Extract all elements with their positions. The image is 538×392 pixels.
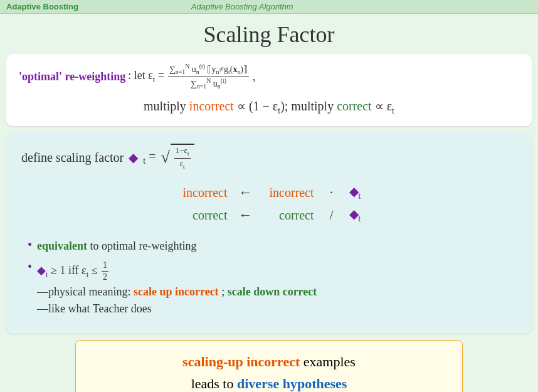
multiply-line: multiply incorrect ∝ (1 − εt); multiply … (19, 98, 519, 116)
geq-text: ≥ 1 iff εt ≤ (51, 264, 100, 277)
define-var: t = (143, 149, 156, 166)
bullet-section: • equivalent to optimal re-weighting • ◆… (28, 238, 517, 317)
top-navigation: Adaptive Boosting Adaptive Boosting Algo… (0, 0, 538, 14)
bottom-line-2: leads to diverse hypotheses (88, 373, 450, 392)
sqrt-content: 1−εt εt (171, 144, 194, 171)
bottom-examples: examples (303, 354, 356, 369)
define-text: define scaling factor (21, 151, 124, 165)
multiply-proportional2: ∝ εt (375, 99, 394, 113)
reweight-line: 'optimal' re-weighting : let εt = ∑n=1N … (19, 63, 519, 91)
bottom-highlight-box: scaling-up incorrect examples leads to d… (75, 340, 463, 392)
reweight-colon: : let εt = (128, 69, 164, 85)
main-content-box: define scaling factor ◆ t = √ 1−εt εt in… (6, 132, 532, 333)
sqrt-icon: √ (161, 149, 169, 166)
diamond-t-2: ◆t (349, 206, 361, 224)
op-dot: · (325, 186, 338, 200)
half-frac: 1 2 (100, 264, 110, 277)
diverse-hypotheses: diverse hypotheses (237, 376, 347, 391)
bullet-text-diamond: ◆t ≥ 1 iff εt ≤ 1 2 —physical meaning: s… (37, 260, 317, 317)
leads-to: leads to (191, 376, 234, 391)
diamond-t-1: ◆t (349, 184, 361, 201)
multiply-text1: multiply (144, 99, 189, 113)
arrow-row-correct: correct ← correct / ◆t (177, 206, 361, 224)
nav-algorithm-title: Adaptive Boosting Algorithm (191, 2, 293, 11)
equivalent-rest: to optimal re-weighting (90, 240, 197, 252)
arrow-symbol-1: ← (239, 184, 253, 201)
arrow-symbol-2: ← (239, 207, 253, 223)
op-slash: / (325, 208, 338, 223)
reweight-comma: , (253, 70, 256, 83)
incorrect-right: incorrect (264, 186, 314, 200)
multiply-proportional1: ∝ (1 − εt); multiply (237, 99, 337, 113)
correct-left: correct (177, 208, 228, 223)
equivalent-label: equivalent (37, 240, 87, 252)
diamond-symbol: ◆ (129, 150, 138, 165)
bullet-dot-1: • (28, 238, 32, 252)
bullet-text-equivalent: equivalent to optimal re-weighting (37, 238, 196, 255)
bottom-line-1: scaling-up incorrect examples (88, 351, 450, 373)
reweight-label: 'optimal' re-weighting (19, 70, 125, 83)
arrow-table: incorrect ← incorrect · ◆t correct ← cor… (21, 184, 517, 224)
teacher-line: —like what Teacher does (37, 302, 152, 315)
bullet-item-equivalent: • equivalent to optimal re-weighting (28, 238, 517, 255)
physical-line: —physical meaning: (37, 285, 134, 298)
multiply-incorrect: incorrect (189, 99, 234, 113)
bullet-item-diamond: • ◆t ≥ 1 iff εt ≤ 1 2 —physical meaning:… (28, 260, 517, 317)
nav-adaptive-boosting: Adaptive Boosting (6, 2, 78, 11)
semicolon-separator: ; (221, 285, 228, 298)
reweight-fraction: ∑n=1N un(t) ⁢⟦yn≠gt(xn)⟧ ∑n=1N un(t) (167, 63, 250, 91)
top-content-box: 'optimal' re-weighting : let εt = ∑n=1N … (6, 54, 532, 126)
scale-down-correct: scale down correct (228, 285, 317, 298)
scaling-up-incorrect: scaling-up incorrect (182, 354, 300, 369)
arrow-row-incorrect: incorrect ← incorrect · ◆t (177, 184, 361, 201)
define-line: define scaling factor ◆ t = √ 1−εt εt (21, 144, 517, 171)
bullet-dot-2: • (28, 260, 32, 274)
multiply-correct: correct (337, 99, 372, 113)
diamond-bullet: ◆t (37, 264, 48, 277)
correct-right: correct (264, 208, 314, 223)
scale-up-incorrect: scale up incorrect (134, 285, 219, 298)
page-title: Scaling Factor (0, 14, 538, 54)
sqrt-expression: √ 1−εt εt (161, 144, 194, 171)
incorrect-left: incorrect (177, 186, 228, 200)
